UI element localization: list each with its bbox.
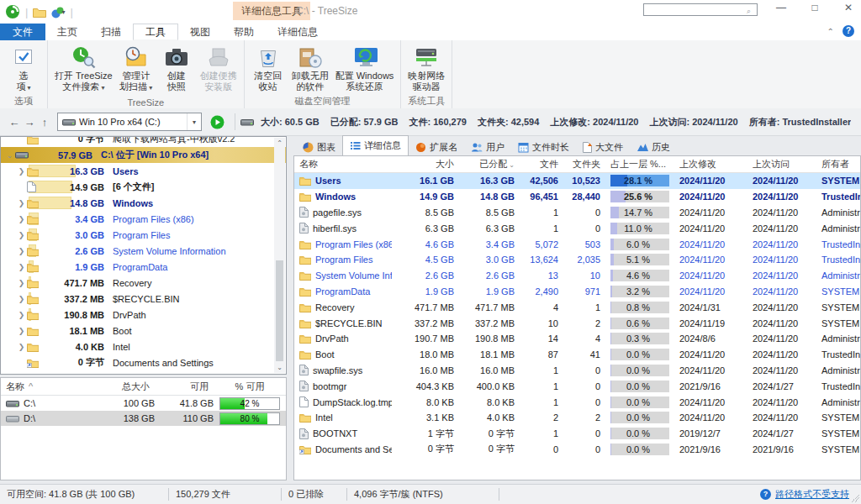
scroll-up-icon[interactable]: ⌃ (274, 139, 285, 147)
tree-chevron-icon[interactable]: ❯ (16, 263, 27, 271)
table-row[interactable]: Program Files4.5 GB3.0 GB13,6242,0355.1 … (294, 252, 860, 268)
table-row[interactable]: Recovery471.7 MB471.7 MB410.8 %2024/1/31… (294, 299, 860, 315)
view-tab-图表[interactable]: 图表 (296, 139, 342, 155)
column-header-名称[interactable]: 名称 (294, 158, 392, 171)
ribbon-button-管理计划扫描[interactable]: 管理计划扫描 ▾ (116, 43, 156, 93)
ribbon-button-映射网络驱动器[interactable]: 映射网络驱动器 (404, 43, 448, 93)
table-row[interactable]: Program Files (x86)4.6 GB3.4 GB5,0725036… (294, 236, 860, 252)
start-scan-button[interactable] (210, 115, 224, 129)
ribbon-button-清空回收站[interactable]: 清空回收站 (248, 43, 288, 93)
scrollbar-thumb[interactable] (276, 260, 283, 361)
table-row[interactable]: System Volume Inf...2.6 GB2.6 GB13104.6 … (294, 268, 860, 284)
tab-工具[interactable]: 工具 (133, 24, 178, 40)
tree-row[interactable]: ❯190.8 MBDrvPath (1, 307, 286, 323)
ribbon-button-配置 Windows系统还原[interactable]: 配置 Windows系统还原 (332, 43, 398, 93)
tab-视图[interactable]: 视图 (178, 24, 222, 40)
close-button[interactable]: ✕ (841, 2, 856, 13)
help-icon[interactable]: ? (843, 25, 854, 37)
forward-button[interactable]: → (22, 116, 37, 129)
tree-chevron-icon[interactable]: ❯ (16, 343, 27, 351)
table-row[interactable]: ProgramData1.9 GB1.9 GB2,4909713.2 %2024… (294, 284, 860, 300)
tree-row[interactable]: 0 字节Documents and Settings (1, 354, 286, 370)
tree-row[interactable]: ❯18.1 MBBoot (1, 323, 286, 339)
path-format-link[interactable]: 路径格式不受支持 (775, 488, 849, 501)
tree-scrollbar[interactable]: ⌃ ⌄ (274, 138, 285, 373)
maximize-button[interactable]: □ (807, 2, 822, 13)
view-tab-大文件[interactable]: 大文件 (576, 139, 630, 155)
view-tab-扩展名[interactable]: 扩展名 (409, 139, 464, 155)
tree-row[interactable]: ❯337.2 MB$RECYCLE.BIN (1, 291, 286, 307)
column-header-占上一层 %...[interactable]: 占上一层 %... (605, 158, 674, 171)
ribbon-button-卸载无用的软件[interactable]: 卸载无用的软件 (288, 43, 332, 93)
tree-row[interactable]: ❯1.9 GBProgramData (1, 259, 286, 275)
tree-chevron-icon[interactable]: ❯ (16, 295, 27, 303)
tab-主页[interactable]: 主页 (45, 24, 89, 40)
scan-dropdown-button[interactable]: ▾ (51, 6, 65, 18)
tree-row[interactable]: ❯16.3 GBUsers (1, 163, 286, 179)
view-tab-详细信息[interactable]: 详细信息 (342, 135, 409, 155)
tree-chevron-icon[interactable]: ⌄ (4, 151, 15, 160)
drive-combobox[interactable]: Win 10 Pro x64 (C:) ▾ (57, 113, 202, 131)
open-folder-icon[interactable] (33, 7, 46, 18)
tree-row[interactable]: ⌄57.9 GBC:\ 位于 [Win 10 Pro x64] (1, 147, 286, 163)
column-header-已分配[interactable]: 已分配⌄ (459, 158, 520, 171)
tree-row[interactable]: ❯3.4 GBProgram Files (x86) (1, 211, 286, 227)
tree-chevron-icon[interactable]: ❯ (16, 311, 27, 319)
column-header-上次修改[interactable]: 上次修改 (674, 158, 747, 171)
table-row[interactable]: swapfile.sys16.0 MB16.0 MB100.0 %2024/11… (294, 363, 860, 379)
back-button[interactable]: ← (7, 116, 22, 129)
table-row[interactable]: $RECYCLE.BIN337.2 MB337.2 MB1020.6 %2024… (294, 315, 860, 331)
table-row[interactable]: DrvPath190.7 MB190.8 MB1440.3 %2024/8/62… (294, 331, 860, 347)
drive-column-header[interactable]: % 可用 (214, 381, 286, 393)
tree-chevron-icon[interactable]: ❯ (16, 231, 27, 239)
tree-row[interactable]: ❯471.7 MBRecovery (1, 275, 286, 291)
tree-chevron-icon[interactable]: ❯ (16, 327, 27, 335)
search-input[interactable] (643, 3, 758, 16)
resize-grip[interactable] (851, 494, 859, 502)
tab-扫描[interactable]: 扫描 (89, 24, 133, 40)
tab-详细信息[interactable]: 详细信息 (266, 24, 330, 40)
column-header-文件夹[interactable]: 文件夹 (563, 158, 605, 171)
tab-帮助[interactable]: 帮助 (222, 24, 266, 40)
table-row[interactable]: pagefile.sys8.5 GB8.5 GB1014.7 %2024/11/… (294, 205, 860, 221)
tab-文件[interactable]: 文件 (0, 24, 45, 40)
column-header-上次访问[interactable]: 上次访问 (747, 158, 816, 171)
tree-row[interactable]: 0 字节爬取下载网站写真-中秋版v2.2 (1, 136, 286, 147)
tree-chevron-icon[interactable]: ❯ (16, 247, 27, 255)
up-button[interactable]: ↑ (37, 116, 52, 129)
column-header-所有者[interactable]: 所有者 (816, 158, 861, 171)
chevron-down-icon[interactable]: ▾ (187, 113, 201, 130)
table-row[interactable]: BOOTNXT1 字节0 字节100.0 %2019/12/72024/1/27… (294, 426, 860, 442)
table-row[interactable]: Documents and Se...0 字节0 字节000.0 %2021/9… (294, 442, 860, 458)
tree-chevron-icon[interactable]: ❯ (16, 215, 27, 223)
column-header-大小[interactable]: 大小 (392, 158, 459, 171)
tree-row[interactable]: ❯14.8 GBWindows (1, 195, 286, 211)
ribbon-button-选项[interactable]: 选项 ▾ (3, 43, 44, 93)
drive-column-header[interactable]: 总大小 (94, 381, 155, 393)
tree-chevron-icon[interactable]: ❯ (16, 167, 27, 176)
column-header-文件[interactable]: 文件 (520, 158, 563, 171)
drive-column-header[interactable]: 名称 ^ (1, 381, 94, 393)
tree-row[interactable]: ❯2.6 GBSystem Volume Information (1, 243, 286, 259)
drive-row[interactable]: C:\100 GB41.8 GB42 % (1, 396, 286, 411)
table-row[interactable]: Users16.1 GB16.3 GB42,50610,52328.1 %202… (294, 173, 860, 189)
table-row[interactable]: Windows14.9 GB14.8 GB96,45128,44025.6 %2… (294, 189, 860, 205)
minimize-button[interactable]: — (774, 2, 789, 13)
tree-row[interactable]: 14.9 GB[6 个文件] (1, 179, 286, 195)
tree-chevron-icon[interactable]: ❯ (16, 279, 27, 287)
table-row[interactable]: Intel3.1 KB4.0 KB220.0 %2024/11/202024/1… (294, 410, 860, 426)
ribbon-button-创建快照[interactable]: 创建快照 (156, 43, 197, 93)
tree-chevron-icon[interactable]: ❯ (16, 199, 27, 207)
drive-row[interactable]: D:\138 GB110 GB80 % (1, 411, 286, 426)
collapse-ribbon-icon[interactable]: ⌃ (827, 27, 834, 36)
tree-row[interactable]: ❯3.0 GBProgram Files (1, 227, 286, 243)
view-tab-用户[interactable]: 用户 (464, 139, 511, 155)
table-row[interactable]: Boot18.0 MB18.1 MB87410.0 %2024/11/20202… (294, 347, 860, 363)
table-row[interactable]: DumpStack.log.tmp8.0 KB8.0 KB100.0 %2024… (294, 394, 860, 410)
drive-column-header[interactable]: 可用 (155, 381, 214, 393)
table-row[interactable]: bootmgr404.3 KB400.0 KB100.0 %2021/9/162… (294, 378, 860, 394)
table-row[interactable]: hiberfil.sys6.3 GB6.3 GB1011.0 %2024/11/… (294, 220, 860, 236)
scroll-down-icon[interactable]: ⌄ (274, 364, 285, 371)
tree-row[interactable]: ❯4.0 KBIntel (1, 339, 286, 354)
ribbon-button-打开 TreeSize文件搜索[interactable]: 打开 TreeSize文件搜索 ▾ (51, 43, 116, 93)
